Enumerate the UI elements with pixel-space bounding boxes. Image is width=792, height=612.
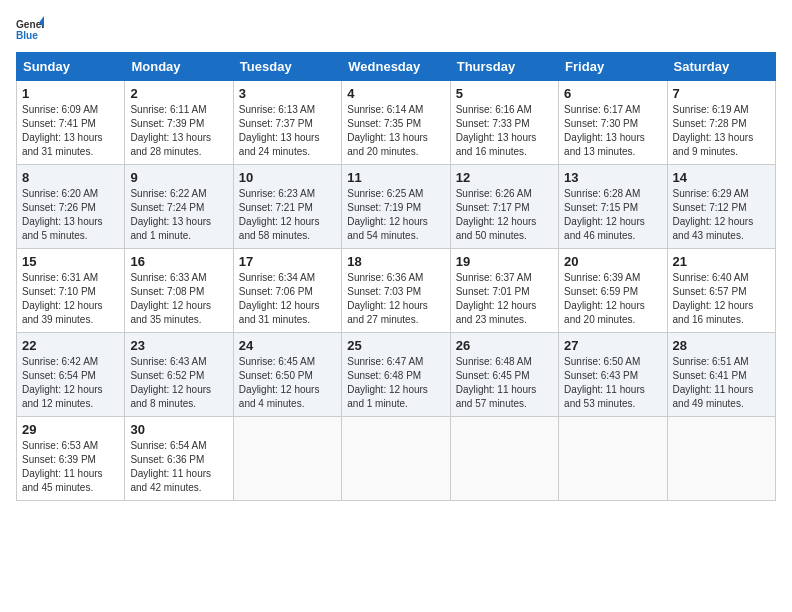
calendar-cell: 16Sunrise: 6:33 AM Sunset: 7:08 PM Dayli… [125,249,233,333]
weekday-header-wednesday: Wednesday [342,53,450,81]
calendar-cell: 25Sunrise: 6:47 AM Sunset: 6:48 PM Dayli… [342,333,450,417]
day-number: 17 [239,254,336,269]
calendar-cell: 12Sunrise: 6:26 AM Sunset: 7:17 PM Dayli… [450,165,558,249]
calendar-cell [450,417,558,501]
calendar-cell: 29Sunrise: 6:53 AM Sunset: 6:39 PM Dayli… [17,417,125,501]
day-info: Sunrise: 6:29 AM Sunset: 7:12 PM Dayligh… [673,187,770,243]
day-number: 24 [239,338,336,353]
day-number: 18 [347,254,444,269]
day-number: 30 [130,422,227,437]
day-info: Sunrise: 6:31 AM Sunset: 7:10 PM Dayligh… [22,271,119,327]
calendar-cell: 24Sunrise: 6:45 AM Sunset: 6:50 PM Dayli… [233,333,341,417]
day-info: Sunrise: 6:22 AM Sunset: 7:24 PM Dayligh… [130,187,227,243]
weekday-header-thursday: Thursday [450,53,558,81]
day-number: 15 [22,254,119,269]
day-number: 13 [564,170,661,185]
day-info: Sunrise: 6:42 AM Sunset: 6:54 PM Dayligh… [22,355,119,411]
weekday-header-friday: Friday [559,53,667,81]
day-number: 29 [22,422,119,437]
weekday-header-saturday: Saturday [667,53,775,81]
day-number: 3 [239,86,336,101]
day-number: 11 [347,170,444,185]
calendar-cell: 13Sunrise: 6:28 AM Sunset: 7:15 PM Dayli… [559,165,667,249]
calendar-table: SundayMondayTuesdayWednesdayThursdayFrid… [16,52,776,501]
day-info: Sunrise: 6:16 AM Sunset: 7:33 PM Dayligh… [456,103,553,159]
calendar-cell: 27Sunrise: 6:50 AM Sunset: 6:43 PM Dayli… [559,333,667,417]
day-number: 7 [673,86,770,101]
day-number: 14 [673,170,770,185]
calendar-cell: 11Sunrise: 6:25 AM Sunset: 7:19 PM Dayli… [342,165,450,249]
day-number: 22 [22,338,119,353]
day-info: Sunrise: 6:28 AM Sunset: 7:15 PM Dayligh… [564,187,661,243]
day-number: 28 [673,338,770,353]
weekday-header-monday: Monday [125,53,233,81]
day-number: 12 [456,170,553,185]
day-info: Sunrise: 6:25 AM Sunset: 7:19 PM Dayligh… [347,187,444,243]
calendar-cell: 21Sunrise: 6:40 AM Sunset: 6:57 PM Dayli… [667,249,775,333]
day-info: Sunrise: 6:54 AM Sunset: 6:36 PM Dayligh… [130,439,227,495]
day-info: Sunrise: 6:50 AM Sunset: 6:43 PM Dayligh… [564,355,661,411]
weekday-header-tuesday: Tuesday [233,53,341,81]
day-info: Sunrise: 6:11 AM Sunset: 7:39 PM Dayligh… [130,103,227,159]
calendar-cell: 4Sunrise: 6:14 AM Sunset: 7:35 PM Daylig… [342,81,450,165]
calendar-cell: 17Sunrise: 6:34 AM Sunset: 7:06 PM Dayli… [233,249,341,333]
calendar-cell [233,417,341,501]
calendar-cell: 14Sunrise: 6:29 AM Sunset: 7:12 PM Dayli… [667,165,775,249]
day-info: Sunrise: 6:47 AM Sunset: 6:48 PM Dayligh… [347,355,444,411]
svg-text:General: General [16,19,44,30]
day-info: Sunrise: 6:51 AM Sunset: 6:41 PM Dayligh… [673,355,770,411]
calendar-cell: 9Sunrise: 6:22 AM Sunset: 7:24 PM Daylig… [125,165,233,249]
day-info: Sunrise: 6:34 AM Sunset: 7:06 PM Dayligh… [239,271,336,327]
day-number: 25 [347,338,444,353]
calendar-cell: 10Sunrise: 6:23 AM Sunset: 7:21 PM Dayli… [233,165,341,249]
day-info: Sunrise: 6:33 AM Sunset: 7:08 PM Dayligh… [130,271,227,327]
day-number: 20 [564,254,661,269]
calendar-cell: 3Sunrise: 6:13 AM Sunset: 7:37 PM Daylig… [233,81,341,165]
day-info: Sunrise: 6:40 AM Sunset: 6:57 PM Dayligh… [673,271,770,327]
day-info: Sunrise: 6:17 AM Sunset: 7:30 PM Dayligh… [564,103,661,159]
calendar-cell: 23Sunrise: 6:43 AM Sunset: 6:52 PM Dayli… [125,333,233,417]
day-info: Sunrise: 6:14 AM Sunset: 7:35 PM Dayligh… [347,103,444,159]
calendar-cell: 19Sunrise: 6:37 AM Sunset: 7:01 PM Dayli… [450,249,558,333]
day-number: 10 [239,170,336,185]
calendar-cell: 1Sunrise: 6:09 AM Sunset: 7:41 PM Daylig… [17,81,125,165]
day-info: Sunrise: 6:26 AM Sunset: 7:17 PM Dayligh… [456,187,553,243]
calendar-cell: 8Sunrise: 6:20 AM Sunset: 7:26 PM Daylig… [17,165,125,249]
day-info: Sunrise: 6:19 AM Sunset: 7:28 PM Dayligh… [673,103,770,159]
day-info: Sunrise: 6:37 AM Sunset: 7:01 PM Dayligh… [456,271,553,327]
calendar-cell [559,417,667,501]
day-info: Sunrise: 6:23 AM Sunset: 7:21 PM Dayligh… [239,187,336,243]
day-info: Sunrise: 6:45 AM Sunset: 6:50 PM Dayligh… [239,355,336,411]
calendar-cell: 5Sunrise: 6:16 AM Sunset: 7:33 PM Daylig… [450,81,558,165]
day-info: Sunrise: 6:39 AM Sunset: 6:59 PM Dayligh… [564,271,661,327]
day-info: Sunrise: 6:53 AM Sunset: 6:39 PM Dayligh… [22,439,119,495]
calendar-cell: 7Sunrise: 6:19 AM Sunset: 7:28 PM Daylig… [667,81,775,165]
day-number: 1 [22,86,119,101]
day-number: 4 [347,86,444,101]
day-number: 16 [130,254,227,269]
calendar-cell: 28Sunrise: 6:51 AM Sunset: 6:41 PM Dayli… [667,333,775,417]
calendar-cell: 2Sunrise: 6:11 AM Sunset: 7:39 PM Daylig… [125,81,233,165]
day-info: Sunrise: 6:09 AM Sunset: 7:41 PM Dayligh… [22,103,119,159]
calendar-cell [342,417,450,501]
day-number: 27 [564,338,661,353]
day-number: 9 [130,170,227,185]
day-info: Sunrise: 6:36 AM Sunset: 7:03 PM Dayligh… [347,271,444,327]
day-number: 2 [130,86,227,101]
day-number: 23 [130,338,227,353]
calendar-cell: 30Sunrise: 6:54 AM Sunset: 6:36 PM Dayli… [125,417,233,501]
day-number: 21 [673,254,770,269]
day-info: Sunrise: 6:48 AM Sunset: 6:45 PM Dayligh… [456,355,553,411]
calendar-cell: 6Sunrise: 6:17 AM Sunset: 7:30 PM Daylig… [559,81,667,165]
day-number: 6 [564,86,661,101]
svg-text:Blue: Blue [16,30,38,41]
calendar-cell: 15Sunrise: 6:31 AM Sunset: 7:10 PM Dayli… [17,249,125,333]
day-number: 26 [456,338,553,353]
day-number: 5 [456,86,553,101]
weekday-header-sunday: Sunday [17,53,125,81]
calendar-cell: 18Sunrise: 6:36 AM Sunset: 7:03 PM Dayli… [342,249,450,333]
day-info: Sunrise: 6:13 AM Sunset: 7:37 PM Dayligh… [239,103,336,159]
day-info: Sunrise: 6:43 AM Sunset: 6:52 PM Dayligh… [130,355,227,411]
calendar-cell [667,417,775,501]
day-number: 19 [456,254,553,269]
